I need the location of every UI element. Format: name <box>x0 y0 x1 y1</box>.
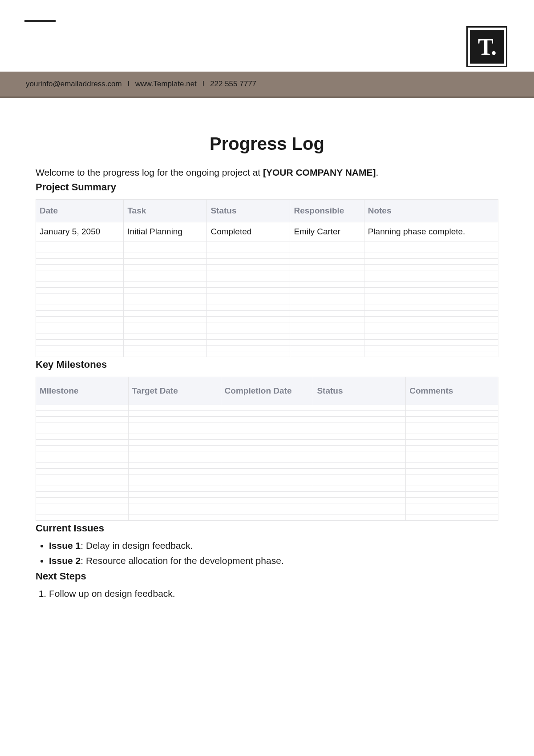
table-cell <box>36 328 124 334</box>
table-cell <box>313 469 406 475</box>
table-cell <box>364 241 498 247</box>
table-cell <box>406 451 498 457</box>
table-cell <box>313 498 406 503</box>
table-cell <box>124 270 207 276</box>
table-cell: Initial Planning <box>124 222 207 241</box>
table-cell <box>290 317 364 322</box>
table-cell <box>290 282 364 288</box>
table-cell <box>36 270 124 276</box>
table-cell <box>128 475 221 480</box>
table-cell <box>124 305 207 311</box>
table-row <box>36 259 498 265</box>
table-cell <box>207 317 290 322</box>
table-row <box>36 515 498 521</box>
table-cell <box>406 405 498 411</box>
table-cell <box>36 405 129 411</box>
table-cell <box>364 340 498 346</box>
table-cell <box>124 253 207 259</box>
list-item: Issue 2: Resource allocation for the dev… <box>49 555 498 566</box>
table-cell <box>364 322 498 328</box>
table-cell <box>406 486 498 492</box>
table-cell <box>313 411 406 417</box>
table-cell <box>36 440 129 446</box>
table-cell <box>207 270 290 276</box>
table-cell <box>290 351 364 357</box>
table-cell <box>36 311 124 317</box>
table-cell <box>36 434 129 440</box>
table-cell <box>207 259 290 265</box>
table-cell <box>290 241 364 247</box>
table-cell <box>313 405 406 411</box>
table-cell <box>207 328 290 334</box>
table-cell <box>128 417 221 422</box>
table-cell <box>128 503 221 509</box>
table-header-row: Date Task Status Responsible Notes <box>36 200 498 222</box>
table-cell <box>124 346 207 351</box>
table-cell <box>406 475 498 480</box>
table-cell <box>36 475 129 480</box>
table-cell <box>313 446 406 451</box>
table-cell <box>313 451 406 457</box>
table-row <box>36 253 498 259</box>
table-cell <box>207 253 290 259</box>
table-row <box>36 346 498 351</box>
table-cell <box>36 241 124 247</box>
table-cell <box>124 276 207 282</box>
table-cell <box>221 405 313 411</box>
table-cell <box>207 299 290 305</box>
table-cell <box>128 515 221 521</box>
table-cell <box>36 299 124 305</box>
table-row <box>36 247 498 253</box>
table-row <box>36 457 498 463</box>
table-cell <box>221 422 313 428</box>
table-cell <box>128 463 221 469</box>
table-cell <box>36 486 129 492</box>
table-cell <box>128 480 221 486</box>
table-cell <box>221 463 313 469</box>
table-row <box>36 428 498 434</box>
table-cell <box>124 294 207 299</box>
table-row <box>36 469 498 475</box>
table-cell <box>207 311 290 317</box>
info-separator: I <box>127 80 129 88</box>
table-cell <box>124 311 207 317</box>
table-cell <box>290 259 364 265</box>
table-cell <box>364 270 498 276</box>
table-row: January 5, 2050Initial PlanningCompleted… <box>36 222 498 241</box>
table-cell <box>290 328 364 334</box>
table-cell <box>290 270 364 276</box>
table-cell <box>207 294 290 299</box>
table-row <box>36 340 498 346</box>
table-cell <box>364 334 498 340</box>
table-cell <box>207 351 290 357</box>
table-cell <box>221 498 313 503</box>
table-cell <box>313 434 406 440</box>
table-row <box>36 305 498 311</box>
table-cell <box>364 317 498 322</box>
table-cell <box>124 299 207 305</box>
table-row <box>36 417 498 422</box>
table-cell <box>128 457 221 463</box>
table-cell <box>364 299 498 305</box>
section-key-milestones: Key Milestones <box>36 359 498 370</box>
table-cell <box>128 469 221 475</box>
table-cell <box>406 503 498 509</box>
th-status: Status <box>207 200 290 222</box>
table-row <box>36 276 498 282</box>
table-cell <box>36 492 129 498</box>
table-cell <box>290 346 364 351</box>
th-responsible: Responsible <box>290 200 364 222</box>
table-cell <box>364 253 498 259</box>
table-row <box>36 486 498 492</box>
th-milestone: Milestone <box>36 377 129 405</box>
table-cell <box>36 446 129 451</box>
table-cell <box>290 311 364 317</box>
table-cell <box>313 463 406 469</box>
table-cell <box>36 282 124 288</box>
table-row <box>36 498 498 503</box>
table-cell <box>128 440 221 446</box>
table-cell <box>124 322 207 328</box>
table-cell <box>406 446 498 451</box>
section-next-steps: Next Steps <box>36 571 498 582</box>
issues-list: Issue 1: Delay in design feedback.Issue … <box>36 540 498 566</box>
